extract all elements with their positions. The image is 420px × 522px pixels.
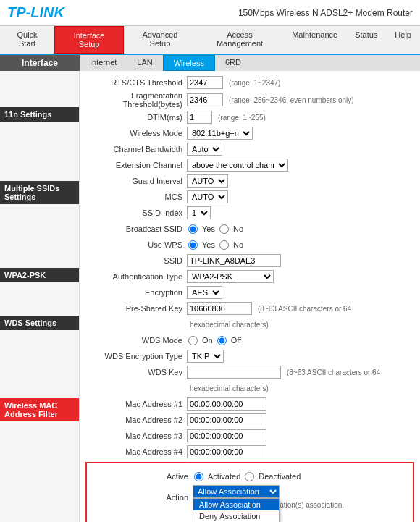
wds-key-row: WDS Key (8~63 ASCII characters or 64 bbox=[85, 365, 414, 379]
sidebar-wds: WDS Settings bbox=[0, 316, 79, 330]
active-row: Active Activated Deactivated bbox=[91, 469, 408, 484]
wds-mac3-input[interactable] bbox=[187, 429, 266, 442]
use-wps-label: Use WPS bbox=[85, 240, 187, 249]
deny-assoc-item[interactable]: Deny Association bbox=[193, 510, 279, 522]
use-wps-value: Yes No bbox=[187, 240, 243, 250]
header-title: 150Mbps Wireless N ADSL2+ Modem Router bbox=[238, 8, 413, 18]
ch-bw-select[interactable]: Auto bbox=[187, 143, 222, 156]
wds-mode-row: WDS Mode On Off bbox=[85, 333, 414, 348]
wireless-mode-value: 802.11b+g+n bbox=[187, 127, 253, 140]
frag-value: (range: 256~2346, even numbers only) bbox=[187, 93, 354, 106]
psk-hint-row: hexadecimal characters) bbox=[85, 317, 414, 332]
nav-interface-setup[interactable]: Interface Setup bbox=[54, 26, 124, 54]
broadcast-no-label: No bbox=[233, 224, 243, 233]
nav-maintenance[interactable]: Maintenance bbox=[283, 26, 346, 54]
broadcast-ssid-value: Yes No bbox=[187, 224, 243, 234]
subnav-wireless[interactable]: Wireless bbox=[163, 55, 215, 71]
action-label: Action bbox=[91, 493, 193, 502]
wds-mac2-row: Mac Address #2 bbox=[85, 413, 414, 427]
wds-key-value: (8~63 ASCII characters or 64 bbox=[187, 366, 380, 379]
dtim-hint: (range: 1~255) bbox=[218, 114, 266, 122]
guard-value: AUTO bbox=[187, 174, 228, 188]
action-dropdown-menu: Allow Association Deny Association bbox=[193, 498, 280, 522]
wps-no-radio[interactable] bbox=[219, 240, 229, 250]
wds-mac1-row: Mac Address #1 bbox=[85, 397, 414, 411]
wps-yes-radio[interactable] bbox=[188, 240, 198, 250]
ssid-index-value: 1 bbox=[187, 206, 211, 219]
wds-enc-value: TKIP bbox=[187, 350, 224, 363]
wds-enc-select[interactable]: TKIP bbox=[187, 350, 224, 363]
main-content: 11n Settings Multiple SSIDs Settings WPA… bbox=[0, 71, 420, 522]
rts-input[interactable] bbox=[187, 76, 223, 89]
rts-label: RTS/CTS Threshold bbox=[85, 78, 187, 87]
wds-mac1-input[interactable] bbox=[187, 397, 266, 411]
ssid-index-row: SSID Index 1 bbox=[85, 206, 414, 220]
nav-advanced-setup[interactable]: Advanced Setup bbox=[124, 26, 196, 54]
wds-off-radio[interactable] bbox=[217, 336, 227, 345]
nav-access-management[interactable]: Access Management bbox=[196, 26, 283, 54]
wds-mac3-label: Mac Address #3 bbox=[85, 432, 187, 440]
activated-label: Activated bbox=[208, 472, 240, 481]
frag-input[interactable] bbox=[187, 93, 223, 106]
active-value: Activated Deactivated bbox=[193, 472, 301, 481]
encryption-select[interactable]: AES bbox=[187, 286, 222, 299]
wds-mac4-input[interactable] bbox=[187, 445, 266, 458]
allow-assoc-item[interactable]: Allow Association bbox=[193, 499, 279, 510]
wds-key-input[interactable] bbox=[187, 366, 281, 379]
guard-row: Guard Interval AUTO bbox=[85, 174, 414, 188]
ssid-label: SSID bbox=[85, 256, 187, 265]
deactivated-radio[interactable] bbox=[245, 472, 254, 481]
psk-row: Pre-Shared Key (8~63 ASCII characters or… bbox=[85, 301, 414, 316]
guard-label: Guard Interval bbox=[85, 177, 187, 185]
wds-key-hint: (8~63 ASCII characters or 64 bbox=[287, 369, 380, 376]
logo: TP-LINK bbox=[7, 4, 64, 21]
sidebar-wpa2psk: WPA2-PSK bbox=[0, 268, 79, 282]
frag-hint: (range: 256~2346, even numbers only) bbox=[229, 96, 354, 104]
guard-select[interactable]: AUTO bbox=[187, 174, 228, 188]
wps-yes-label: Yes bbox=[202, 240, 215, 249]
wds-mac3-row: Mac Address #3 bbox=[85, 429, 414, 443]
broadcast-no-radio[interactable] bbox=[219, 224, 229, 234]
nav-quick-start[interactable]: Quick Start bbox=[0, 26, 54, 54]
rts-hint: (range: 1~2347) bbox=[229, 79, 280, 87]
subnav-internet[interactable]: Internet bbox=[80, 55, 127, 71]
wds-on-radio[interactable] bbox=[188, 336, 198, 345]
ssid-input[interactable] bbox=[187, 254, 281, 267]
sub-nav-container: Interface Internet LAN Wireless 6RD bbox=[0, 55, 420, 71]
encryption-value: AES bbox=[187, 286, 222, 299]
encryption-label: Encryption bbox=[85, 288, 187, 297]
nav-help[interactable]: Help bbox=[386, 26, 420, 54]
rts-row: RTS/CTS Threshold (range: 1~2347) bbox=[85, 75, 414, 90]
wds-mode-label: WDS Mode bbox=[85, 336, 187, 345]
ext-ch-row: Extension Channel above the control chan… bbox=[85, 158, 414, 172]
activated-radio[interactable] bbox=[194, 472, 203, 481]
action-select[interactable]: Allow Association Deny Association bbox=[193, 485, 280, 498]
ch-bw-value: Auto bbox=[187, 143, 222, 156]
subnav-lan[interactable]: LAN bbox=[127, 55, 162, 71]
ext-ch-select[interactable]: above the control channel bbox=[187, 159, 288, 172]
action-value: Allow Association Deny Association Allow… bbox=[193, 485, 408, 509]
sidebar-mac-filter: Wireless MAC Address Filter bbox=[0, 398, 79, 421]
wds-mac2-input[interactable] bbox=[187, 413, 266, 426]
dtim-input[interactable] bbox=[187, 111, 212, 124]
ssid-index-select[interactable]: 1 bbox=[187, 206, 211, 219]
use-wps-row: Use WPS Yes No bbox=[85, 237, 414, 252]
auth-label: Authentication Type bbox=[85, 272, 187, 281]
wps-no-label: No bbox=[233, 240, 243, 249]
psk-input[interactable] bbox=[187, 302, 252, 315]
subnav-6rd[interactable]: 6RD bbox=[215, 55, 251, 71]
psk-label: Pre-Shared Key bbox=[85, 304, 187, 313]
mcs-select[interactable]: AUTO bbox=[187, 190, 228, 203]
psk-value: (8~63 ASCII characters or 64 bbox=[187, 302, 351, 315]
sidebar: 11n Settings Multiple SSIDs Settings WPA… bbox=[0, 71, 80, 522]
sidebar-11n: 11n Settings bbox=[0, 107, 79, 122]
ssid-value bbox=[187, 254, 281, 267]
auth-select[interactable]: WPA2-PSK bbox=[187, 270, 274, 283]
broadcast-yes-radio[interactable] bbox=[188, 224, 198, 234]
header: TP-LINK 150Mbps Wireless N ADSL2+ Modem … bbox=[0, 0, 420, 26]
action-row: Action Allow Association Deny Associatio… bbox=[91, 485, 408, 509]
wds-key-hint2-row: hexadecimal characters) bbox=[85, 381, 414, 395]
broadcast-ssid-row: Broadcast SSID Yes No bbox=[85, 222, 414, 236]
nav-status[interactable]: Status bbox=[346, 26, 386, 54]
wireless-mode-select[interactable]: 802.11b+g+n bbox=[187, 127, 253, 140]
